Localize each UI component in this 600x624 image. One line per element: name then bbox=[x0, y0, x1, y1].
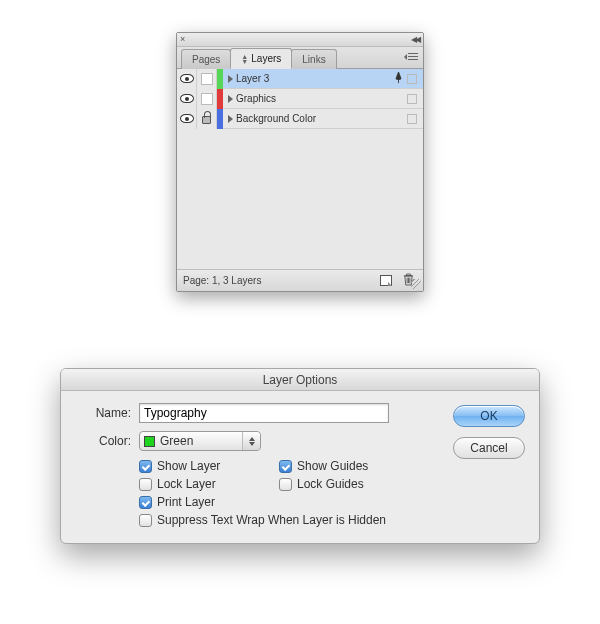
tab-label: Links bbox=[302, 54, 325, 65]
lock-toggle[interactable] bbox=[197, 89, 217, 109]
check-label: Print Layer bbox=[157, 495, 215, 509]
color-label: Color: bbox=[75, 434, 131, 448]
layers-panel: × ◀◀ Pages ▲▼ Layers Links Layer 3 bbox=[176, 32, 424, 292]
eye-icon bbox=[180, 114, 194, 123]
dialog-body: Name: Color: Green Show Layer bbox=[61, 391, 539, 543]
lock-toggle[interactable] bbox=[197, 109, 217, 129]
check-print-layer[interactable]: Print Layer bbox=[139, 495, 279, 509]
visibility-toggle[interactable] bbox=[177, 109, 197, 129]
cancel-button[interactable]: Cancel bbox=[453, 437, 525, 459]
layer-name: Layer 3 bbox=[236, 73, 389, 84]
selection-box[interactable] bbox=[407, 114, 417, 124]
layer-options-dialog: Layer Options Name: Color: Green bbox=[60, 368, 540, 544]
selection-box[interactable] bbox=[407, 94, 417, 104]
layer-color-strip bbox=[217, 109, 223, 129]
checkbox-icon bbox=[139, 514, 152, 527]
visibility-toggle[interactable] bbox=[177, 89, 197, 109]
color-swatch bbox=[144, 436, 155, 447]
panel-titlebar[interactable]: × ◀◀ bbox=[177, 33, 423, 47]
check-label: Lock Guides bbox=[297, 477, 364, 491]
footer-status: Page: 1, 3 Layers bbox=[183, 275, 373, 286]
button-label: OK bbox=[480, 409, 497, 423]
visibility-toggle[interactable] bbox=[177, 69, 197, 89]
disclosure-icon[interactable] bbox=[228, 75, 233, 83]
color-dropdown[interactable]: Green bbox=[139, 431, 261, 451]
layer-row[interactable]: Layer 3 bbox=[177, 69, 423, 89]
check-label: Lock Layer bbox=[157, 477, 216, 491]
tab-layers[interactable]: ▲▼ Layers bbox=[230, 48, 292, 69]
checkbox-icon bbox=[139, 460, 152, 473]
close-icon[interactable]: × bbox=[180, 34, 185, 44]
eye-icon bbox=[180, 94, 194, 103]
layer-color-strip bbox=[217, 69, 223, 89]
name-field-row: Name: bbox=[75, 403, 439, 423]
panel-tabs: Pages ▲▼ Layers Links bbox=[177, 47, 423, 69]
eye-icon bbox=[180, 74, 194, 83]
panel-footer: Page: 1, 3 Layers bbox=[177, 269, 423, 291]
check-lock-layer[interactable]: Lock Layer bbox=[139, 477, 279, 491]
checkbox-icon bbox=[139, 496, 152, 509]
lock-icon bbox=[202, 116, 211, 124]
tab-pages[interactable]: Pages bbox=[181, 49, 231, 69]
tab-links[interactable]: Links bbox=[291, 49, 336, 69]
selection-box[interactable] bbox=[407, 74, 417, 84]
new-layer-button[interactable] bbox=[377, 273, 395, 288]
empty-box-icon bbox=[201, 93, 213, 105]
name-input[interactable] bbox=[139, 403, 389, 423]
layer-row[interactable]: Graphics bbox=[177, 89, 423, 109]
checkbox-icon bbox=[279, 460, 292, 473]
options-grid: Show Layer Show Guides Lock Layer Lock G… bbox=[139, 459, 439, 527]
button-label: Cancel bbox=[470, 441, 507, 455]
dialog-buttons: OK Cancel bbox=[453, 403, 525, 527]
dropdown-arrows-icon bbox=[242, 432, 260, 450]
new-page-icon bbox=[380, 275, 392, 286]
tab-label: Layers bbox=[251, 53, 281, 64]
pen-icon bbox=[393, 72, 404, 86]
checkbox-icon bbox=[279, 478, 292, 491]
collapse-icon[interactable]: ◀◀ bbox=[411, 35, 419, 44]
check-label: Show Guides bbox=[297, 459, 368, 473]
name-label: Name: bbox=[75, 406, 131, 420]
layer-name: Graphics bbox=[236, 93, 389, 104]
check-show-layer[interactable]: Show Layer bbox=[139, 459, 279, 473]
ok-button[interactable]: OK bbox=[453, 405, 525, 427]
check-suppress-wrap[interactable]: Suppress Text Wrap When Layer is Hidden bbox=[139, 513, 439, 527]
checkbox-icon bbox=[139, 478, 152, 491]
layer-row[interactable]: Background Color bbox=[177, 109, 423, 129]
tab-label: Pages bbox=[192, 54, 220, 65]
color-field-row: Color: Green bbox=[75, 431, 439, 451]
resize-grip[interactable] bbox=[411, 279, 421, 289]
disclosure-icon[interactable] bbox=[228, 95, 233, 103]
check-label: Show Layer bbox=[157, 459, 220, 473]
disclosure-icon[interactable] bbox=[228, 115, 233, 123]
dialog-title: Layer Options bbox=[263, 373, 338, 387]
menu-icon bbox=[408, 53, 418, 61]
color-value: Green bbox=[160, 434, 193, 448]
lock-toggle[interactable] bbox=[197, 69, 217, 89]
check-show-guides[interactable]: Show Guides bbox=[279, 459, 439, 473]
layer-color-strip bbox=[217, 89, 223, 109]
layer-name: Background Color bbox=[236, 113, 389, 124]
dialog-form: Name: Color: Green Show Layer bbox=[75, 403, 439, 527]
empty-box-icon bbox=[201, 73, 213, 85]
layer-list: Layer 3 Graphics Background Color bbox=[177, 69, 423, 269]
active-layer-indicator bbox=[389, 72, 407, 86]
check-label: Suppress Text Wrap When Layer is Hidden bbox=[157, 513, 386, 527]
updown-icon: ▲▼ bbox=[241, 54, 248, 64]
check-lock-guides[interactable]: Lock Guides bbox=[279, 477, 439, 491]
panel-menu-button[interactable] bbox=[406, 51, 420, 63]
dialog-titlebar[interactable]: Layer Options bbox=[61, 369, 539, 391]
